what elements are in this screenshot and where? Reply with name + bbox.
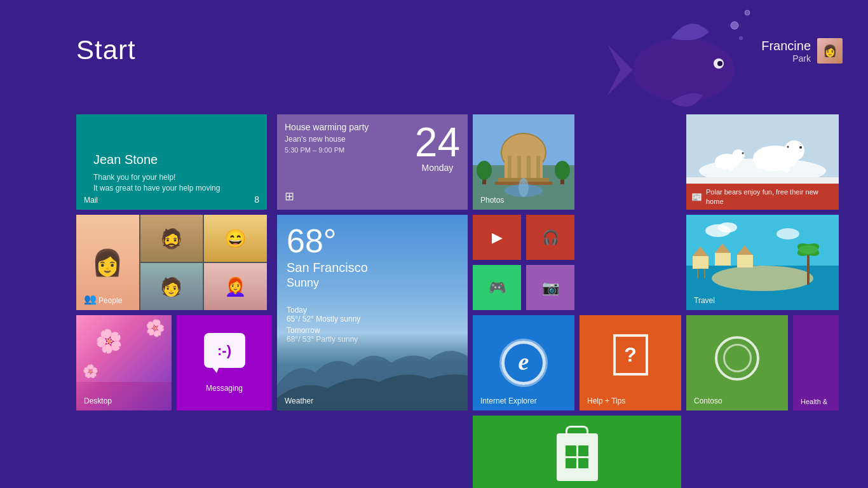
help-question-mark: ? [624,343,637,367]
video-icon: ▶ [492,229,503,246]
people-face-4: 🧑 [140,263,203,310]
event-subtitle: Jean's new house [285,135,415,144]
svg-point-17 [519,178,529,197]
ie-circle: e [501,341,546,385]
svg-point-0 [633,38,735,102]
travel-tile[interactable]: Travel [686,215,839,310]
svg-rect-13 [536,156,540,178]
avatar-image: 👩 [817,38,843,64]
desktop-background: 🌸 🌸 🌸 [76,315,172,382]
svg-point-21 [555,161,570,180]
user-profile[interactable]: Francine Park 👩 [761,38,843,64]
contoso-tile[interactable]: Contoso [686,315,788,410]
mail-content: Jean Stone Thank you for your help! It w… [84,143,259,203]
camera-tile[interactable]: 📷 [526,265,574,310]
svg-rect-51 [807,253,810,285]
mail-body: Thank you for your help! It was great to… [93,172,250,194]
photos-tile[interactable]: Photos [473,114,574,210]
news-bar: 📰 Polar bears enjoy fun, free their new … [686,184,839,210]
svg-point-19 [477,161,492,180]
health-tile[interactable]: Health & [793,315,839,410]
svg-point-57 [776,228,799,240]
event-time: 5:30 PM – 9:00 PM [285,146,415,154]
desktop-tile[interactable]: 🌸 🌸 🌸 Desktop [76,315,172,410]
mail-count: 8 [254,194,259,205]
games-icon: 🎮 [489,280,506,296]
contoso-health-row: Contoso Health & [686,315,839,410]
desktop-label: Desktop [84,396,112,405]
people-face-2: 🧔 [140,215,203,262]
ie-help-row: e Internet Explorer ? Help + Tips [473,315,681,410]
music-tile[interactable]: 🎧 [526,215,574,260]
svg-rect-10 [508,156,512,178]
internet-explorer-tile[interactable]: e Internet Explorer [473,315,574,410]
messaging-tile[interactable]: :-) Messaging [177,315,272,410]
bubble-tail [212,367,219,373]
tile-column-2: House warming party Jean's new house 5:3… [277,114,468,488]
tile-column-1: Jean Stone Thank you for your help! It w… [76,114,272,488]
travel-label: Travel [694,296,715,305]
person-avatar-4: 🧑 [140,263,203,310]
weather-tile[interactable]: 68° San Francisco Sunny Today 65°/ 52° M… [277,215,468,410]
event-title: House warming party [285,122,415,132]
calendar-tile[interactable]: House warming party Jean's new house 5:3… [277,114,468,210]
people-label: People [98,296,122,305]
user-last-name: Park [761,53,811,64]
svg-point-2 [717,61,722,66]
camera-icon: 📷 [542,280,559,296]
health-pulse [801,315,832,325]
day-number: 24 [415,122,460,163]
music-icon: 🎧 [542,229,559,246]
svg-rect-47 [737,255,753,268]
help-box: ? [613,334,648,376]
svg-point-34 [732,149,745,162]
svg-point-36 [742,152,744,154]
avatar[interactable]: 👩 [817,38,843,64]
people-icon: 👥 [84,293,97,305]
games-tile[interactable]: 🎮 [473,265,521,310]
windows-logo [566,445,588,468]
today-forecast: Today 65°/ 52° Mostly sunny [287,306,458,323]
svg-point-54 [799,245,818,254]
page-title: Start [76,35,136,65]
small-tiles-grid: ▶ 🎧 🎮 📷 [473,215,574,310]
calendar-icon: ⊞ [285,189,294,203]
svg-point-5 [739,36,743,40]
photos-label: Photos [480,196,504,205]
svg-rect-11 [517,156,521,178]
svg-point-30 [783,167,790,172]
ie-ring [491,330,557,396]
news-tile[interactable]: 📰 Polar bears enjoy fun, free their new … [686,114,839,210]
tile-column-4: 📰 Polar bears enjoy fun, free their new … [686,114,839,488]
store-bag-icon [557,433,598,481]
health-label: Health & [801,398,827,405]
win-pane-4 [578,458,589,469]
help-label: Help + Tips [587,396,625,405]
messaging-bubble: :-) [204,333,245,368]
weather-label: Weather [285,396,313,405]
help-tips-tile[interactable]: ? Help + Tips [580,315,681,410]
mail-tile[interactable]: Jean Stone Thank you for your help! It w… [76,114,267,210]
svg-point-42 [712,266,813,291]
person-avatar-2: 🧔 [140,215,203,262]
svg-point-4 [745,10,750,15]
fish-decoration [607,0,773,121]
svg-rect-43 [693,256,709,269]
svg-point-38 [728,167,733,171]
svg-point-28 [787,146,789,147]
svg-point-29 [775,165,782,170]
weather-temperature: 68° [287,224,458,257]
news-icon: 📰 [691,192,702,202]
svg-point-32 [764,166,771,172]
win-pane-2 [578,445,589,456]
svg-point-3 [731,22,738,29]
people-face-5: 👩‍🦰 [204,263,267,310]
win-pane-1 [566,445,576,456]
contoso-inner-circle [723,344,752,372]
video-tile[interactable]: ▶ [473,215,521,260]
polar-bears-image [686,114,839,177]
people-tile[interactable]: 👩 🧔 😄 🧑 👩‍🦰 👥 People [76,215,267,310]
store-tile[interactable]: Store [473,416,681,488]
svg-rect-12 [527,156,531,178]
tile-column-3: Photos ▶ 🎧 🎮 📷 [473,114,681,488]
